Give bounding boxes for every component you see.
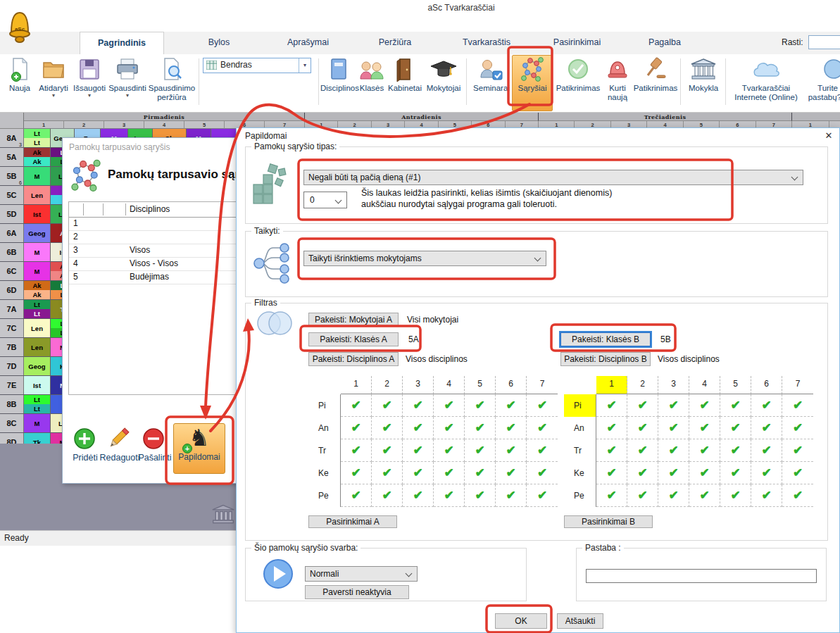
tab-pasirinkimai[interactable]: Pasirinkimai — [537, 32, 618, 54]
deactivate-button[interactable]: Paversti neaktyvia — [305, 585, 409, 599]
check-cell[interactable]: ✔ — [751, 462, 782, 484]
class-row-label[interactable]: 8D — [0, 433, 24, 444]
print-dropdown-caret-icon[interactable]: ▾ — [107, 93, 148, 99]
check-cell[interactable]: ✔ — [627, 417, 658, 439]
toolbar-verification-button[interactable]: Patikrinimas — [632, 56, 679, 93]
check-cell[interactable]: ✔ — [596, 484, 627, 507]
toolbar-new-button[interactable]: Nauja — [4, 56, 35, 93]
check-cell[interactable]: ✔ — [465, 417, 496, 439]
lesson-cell[interactable]: Len — [24, 186, 51, 204]
apply-to-dropdown[interactable]: Taikyti išrinktiems mokytojams — [303, 251, 546, 266]
check-cell[interactable]: ✔ — [627, 484, 658, 507]
check-cell[interactable]: ✔ — [658, 417, 689, 439]
remove-button-label[interactable]: Pašalinti — [136, 453, 174, 463]
check-cell[interactable]: ✔ — [596, 439, 627, 462]
tab-aprašymai[interactable]: Aprašymai — [271, 32, 345, 54]
change-teachers-a-button[interactable]: Pakeisti: Mokytojai A — [308, 313, 399, 327]
class-row-label[interactable]: 6A — [0, 224, 24, 242]
remove-icon[interactable] — [142, 427, 165, 453]
toolbar-feedback-button[interactable]: Turite k pastabų? Pa — [803, 56, 840, 102]
check-cell[interactable]: ✔ — [496, 417, 527, 439]
class-row-label[interactable]: 7C — [0, 319, 24, 337]
check-cell[interactable]: ✔ — [403, 462, 434, 484]
tab-peržiūra[interactable]: Peržiūra — [361, 32, 430, 54]
check-cell[interactable]: ✔ — [527, 462, 558, 484]
check-cell[interactable]: ✔ — [341, 484, 372, 507]
class-row-label[interactable]: 7A — [0, 300, 24, 318]
check-cell[interactable]: ✔ — [751, 484, 782, 507]
toolbar-online-button[interactable]: Tvarkaraščiai Internete (Online) — [729, 56, 803, 102]
check-cell[interactable]: ✔ — [527, 417, 558, 439]
importance-dropdown[interactable]: Normali — [305, 566, 418, 582]
check-cell[interactable]: ✔ — [689, 484, 720, 507]
check-cell[interactable]: ✔ — [720, 394, 751, 417]
class-row-label[interactable]: 5D — [0, 205, 24, 223]
relation-row[interactable]: 4Visos - Visos — [69, 258, 239, 271]
relation-type-dropdown[interactable]: Negali būti tą pačią dieną (#1) — [303, 170, 803, 185]
class-row-label[interactable]: 7D — [0, 357, 24, 375]
check-cell[interactable]: ✔ — [434, 484, 465, 507]
toolbar-subjects-button[interactable]: Disciplinos — [320, 56, 357, 93]
check-cell[interactable]: ✔ — [496, 394, 527, 417]
check-cell[interactable]: ✔ — [782, 462, 813, 484]
check-cell[interactable]: ✔ — [434, 439, 465, 462]
lesson-cell[interactable]: Tk — [24, 433, 51, 444]
check-cell[interactable]: ✔ — [627, 439, 658, 462]
check-cell[interactable]: ✔ — [403, 417, 434, 439]
check-cell[interactable]: ✔ — [627, 462, 658, 484]
check-cell[interactable]: ✔ — [720, 462, 751, 484]
check-cell[interactable]: ✔ — [341, 439, 372, 462]
check-cell[interactable]: ✔ — [720, 484, 751, 507]
lesson-cell[interactable]: AkAk — [24, 148, 51, 166]
class-row-label[interactable]: 5A — [0, 148, 24, 166]
check-cell[interactable]: ✔ — [689, 462, 720, 484]
check-cell[interactable]: ✔ — [403, 394, 434, 417]
toolbar-relations-button[interactable]: Sąryšiai — [512, 55, 553, 111]
check-cell[interactable]: ✔ — [782, 439, 813, 462]
relation-row[interactable]: 5Budėjimas — [69, 271, 239, 284]
check-cell[interactable]: ✔ — [403, 484, 434, 507]
check-cell[interactable]: ✔ — [434, 462, 465, 484]
check-cell[interactable]: ✔ — [658, 462, 689, 484]
check-cell[interactable]: ✔ — [751, 417, 782, 439]
lesson-cell[interactable]: LtLt — [24, 129, 51, 147]
class-row-label[interactable]: 8A3 — [0, 129, 24, 147]
lesson-cell[interactable]: Len — [24, 319, 51, 337]
check-cell[interactable]: ✔ — [372, 394, 403, 417]
lesson-cell[interactable]: LtLt — [24, 395, 51, 413]
selections-b-button[interactable]: Pasirinkimai B — [564, 515, 653, 528]
toolbar-save-button[interactable]: Išsaugoti ▾ — [72, 56, 107, 99]
check-cell[interactable]: ✔ — [527, 484, 558, 507]
tab-pagrindinis[interactable]: Pagrindinis — [80, 32, 164, 54]
check-cell[interactable]: ✔ — [596, 462, 627, 484]
lesson-cell[interactable]: M — [24, 262, 51, 280]
check-cell[interactable]: ✔ — [434, 417, 465, 439]
tab-bylos[interactable]: Bylos — [192, 32, 246, 54]
class-row-label[interactable]: 7B — [0, 338, 24, 356]
check-cell[interactable]: ✔ — [465, 462, 496, 484]
change-subjects-a-button[interactable]: Pakeisti: Disciplinos A — [308, 352, 399, 366]
check-cell[interactable]: ✔ — [465, 394, 496, 417]
check-cell[interactable]: ✔ — [372, 462, 403, 484]
toolbar-check-button[interactable]: Patikrinimas — [553, 56, 603, 93]
check-cell[interactable]: ✔ — [496, 484, 527, 507]
check-cell[interactable]: ✔ — [658, 439, 689, 462]
selections-a-button[interactable]: Pasirinkimai A — [308, 515, 397, 528]
change-classes-b-button[interactable]: Pakeisti: Klasės B — [560, 332, 651, 346]
check-cell[interactable]: ✔ — [627, 394, 658, 417]
check-cell[interactable]: ✔ — [496, 462, 527, 484]
check-cell[interactable]: ✔ — [341, 394, 372, 417]
class-row-label[interactable]: 7E — [0, 376, 24, 394]
check-cell[interactable]: ✔ — [782, 394, 813, 417]
check-cell[interactable]: ✔ — [782, 484, 813, 507]
toolbar-open-button[interactable]: Atidaryti ▾ — [35, 56, 72, 99]
change-classes-a-button[interactable]: Pakeisti: Klasės A — [308, 332, 399, 346]
check-cell[interactable]: ✔ — [596, 417, 627, 439]
check-cell[interactable]: ✔ — [658, 394, 689, 417]
lesson-cell[interactable]: Geog — [24, 357, 51, 375]
check-cell[interactable]: ✔ — [372, 417, 403, 439]
check-cell[interactable]: ✔ — [596, 394, 627, 417]
check-cell[interactable]: ✔ — [403, 439, 434, 462]
lesson-cell[interactable]: Geog — [24, 224, 51, 242]
toolbar-classrooms-button[interactable]: Kabinetai — [387, 56, 423, 93]
